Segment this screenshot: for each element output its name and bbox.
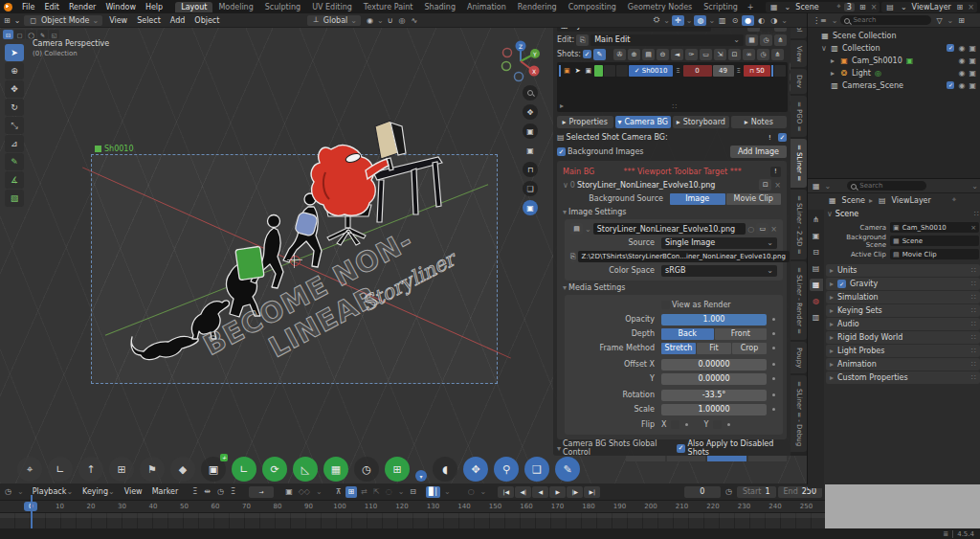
depth-front-button[interactable]: Front — [715, 328, 768, 340]
panel-checkbox[interactable]: ✓ — [837, 280, 846, 288]
workspace-tab-sculpting[interactable]: Sculpting — [259, 2, 306, 12]
tab-properties[interactable]: ▸Properties — [557, 116, 613, 128]
chevron-down-icon[interactable]: ⌄ — [783, 3, 793, 11]
properties-search-input[interactable] — [847, 181, 926, 191]
outliner-item-label[interactable]: Collection — [842, 44, 880, 53]
add-workspace-button[interactable]: + — [744, 3, 758, 11]
outliner-row-cameras-scene[interactable]: ▥Cameras_Scene✓◉▣ — [808, 79, 980, 92]
panel-grip[interactable]: ∷ — [971, 360, 976, 369]
camera-small-icon[interactable]: ▣ — [523, 143, 538, 158]
chevron-down-icon[interactable]: ⌄ — [396, 487, 407, 496]
shot-name-field[interactable]: ✓ Sh0010 — [629, 65, 673, 77]
list-expand-icon[interactable]: ▸ — [560, 101, 564, 110]
jump-to-marker-button[interactable]: → — [249, 486, 274, 498]
animate-dot[interactable] — [772, 393, 775, 396]
chevron-down-icon[interactable]: ⌄ — [686, 16, 693, 25]
copy-icon[interactable]: ⊞ — [955, 3, 966, 11]
offset-y-field[interactable]: 0.00000 — [661, 373, 767, 385]
editor-type-icon[interactable]: ◷ — [3, 487, 13, 496]
collapse-icon[interactable]: ▾ — [563, 283, 567, 292]
properties-tab-tool[interactable]: ⋔ — [810, 213, 823, 226]
editor-type-icon[interactable]: ⊞ — [0, 16, 12, 25]
animate-dot[interactable] — [772, 408, 775, 411]
pin-icon[interactable]: ⌖ — [952, 195, 957, 205]
tool-tweak-select[interactable]: ➤ — [5, 44, 24, 61]
chevron-down-icon[interactable]: ⌄ — [899, 3, 909, 11]
side-tab--pgo-[interactable]: = PGO = — [791, 96, 807, 137]
toolbar-camera-button[interactable]: ▣+ — [201, 457, 226, 482]
select-mode-select-paint-icon[interactable]: ◱ — [49, 30, 59, 39]
mode-selector[interactable]: ◻ Object Mode ⌄ — [24, 15, 102, 26]
shots-toolbar-icon-2[interactable]: ▤ — [642, 49, 655, 60]
viewlayer-selector[interactable]: ▤ ⌄ ViewLayer ⊞ × — [881, 2, 977, 12]
toolbar-wedge-button[interactable]: ◺ — [293, 457, 318, 482]
view-as-render-checkbox[interactable] — [661, 301, 670, 309]
camera-bg-enabled-checkbox[interactable]: ✓ — [778, 133, 787, 142]
ghost-icon[interactable]: ◌ — [384, 487, 394, 496]
chevron-down-icon[interactable]: ⌄ — [971, 182, 978, 191]
shots-toolbar-icon-3[interactable]: ⊖ — [657, 49, 669, 60]
properties-tab-collection[interactable]: ▥ — [810, 311, 823, 324]
animate-dot[interactable] — [727, 423, 730, 426]
chevron-down-icon[interactable]: ⌄ — [781, 16, 788, 25]
outliner-options-icon[interactable]: ⊞ — [956, 16, 967, 25]
scene-users-count[interactable]: 3 — [844, 3, 855, 11]
workspace-tab-geometry-nodes[interactable]: Geometry Nodes — [622, 2, 698, 12]
camera-frame[interactable] — [91, 154, 498, 384]
source-image-button[interactable]: Image — [670, 193, 725, 205]
edit-page-icon[interactable]: ⎘ — [576, 34, 589, 46]
save-icon[interactable]: ⊟ — [408, 487, 418, 496]
filepath-field[interactable]: Z:\2D\TShirts\StoryLinerBCon...iner_NonL… — [578, 251, 790, 262]
toolbar-axes-button[interactable]: ∟ — [232, 457, 256, 482]
workspace-tab-uv-editing[interactable]: UV Editing — [306, 2, 358, 12]
workspace-tab-layout[interactable]: Layout — [175, 2, 212, 12]
camera-visibility-icon[interactable]: ▣ — [969, 44, 976, 53]
timeline-ruler[interactable]: 0 10203040506070809010011012013014015016… — [0, 501, 825, 513]
toolbar-info-button[interactable]: ◖ — [433, 457, 457, 482]
workspace-tab-compositing[interactable]: Compositing — [563, 2, 622, 12]
filter-icon[interactable]: ▽ — [934, 16, 944, 25]
panel-grip[interactable]: ∷ — [971, 266, 976, 275]
panel-grip[interactable]: ∷ — [971, 347, 976, 355]
animate-dot[interactable] — [772, 363, 775, 366]
chevron-down-icon[interactable]: ⌄ — [479, 487, 489, 496]
chevron-down-icon[interactable]: ⌄ — [832, 16, 838, 25]
toolbar-raise-button[interactable]: ↑ — [78, 457, 103, 482]
blender-logo-icon[interactable] — [4, 3, 12, 11]
shots-toolbar-icon-11[interactable]: ⋔ — [771, 49, 784, 60]
camera-view-button[interactable]: ▣ — [523, 124, 538, 139]
viewport-menu-view[interactable]: View — [104, 16, 132, 25]
properties-tab-world[interactable]: ◍ — [810, 295, 823, 307]
menu-window[interactable]: Window — [100, 3, 141, 11]
expander-icon[interactable]: ▸ — [831, 69, 839, 78]
fullscreen-button[interactable]: ❏ — [523, 181, 538, 196]
depth-back-button[interactable]: Back — [661, 328, 714, 340]
viewport-menu-select[interactable]: Select — [132, 16, 166, 25]
outliner-display-mode-icon[interactable]: ⋮≡ — [811, 16, 829, 25]
shot-camera-icon[interactable]: ▣ — [562, 65, 572, 77]
pivot-point-icon[interactable]: ◉ — [365, 16, 375, 25]
shading-rendered-icon[interactable]: ◑ — [768, 16, 779, 25]
scale-field[interactable]: 1.00000 — [661, 404, 767, 415]
start-frame-field[interactable]: Start 1 — [737, 486, 776, 498]
transport-jump-start-button[interactable]: |◀ — [498, 486, 514, 498]
chevron-down-icon[interactable]: ⌄ — [314, 487, 324, 496]
keying-extra-icon[interactable]: ◇◇ — [297, 487, 312, 496]
property-field-camera[interactable]: ▣Cam_Sh0010× — [890, 222, 979, 233]
navigation-gizmo[interactable]: ZYX — [499, 39, 543, 83]
side-tab-poupy[interactable]: Poupy — [791, 342, 807, 373]
hide-eye-icon[interactable]: ◉ — [958, 56, 965, 65]
workspace-tab-shading[interactable]: Shading — [418, 2, 461, 12]
clear-icon[interactable]: × — [970, 224, 976, 232]
panel-grip[interactable]: ∷ — [971, 306, 976, 315]
tool-rotate[interactable]: ↻ — [5, 99, 24, 116]
toolbar-keyframe-button[interactable]: ◆ — [170, 457, 195, 482]
viewlayer-name[interactable]: ViewLayer — [912, 3, 952, 11]
record-icon[interactable]: ○ — [466, 487, 477, 496]
side-tab-dev[interactable]: Dev — [791, 69, 807, 94]
property-field-background-scene[interactable]: ▦Scene — [890, 236, 979, 246]
outliner-row-cam-sh0010[interactable]: ▸▣Cam_Sh0010▣◉▣ — [808, 55, 980, 67]
gizmos-icon[interactable]: ⛭ — [652, 15, 661, 25]
shading-material-icon[interactable]: ◐ — [756, 16, 767, 25]
viewport-menu-add[interactable]: Add — [166, 16, 190, 25]
